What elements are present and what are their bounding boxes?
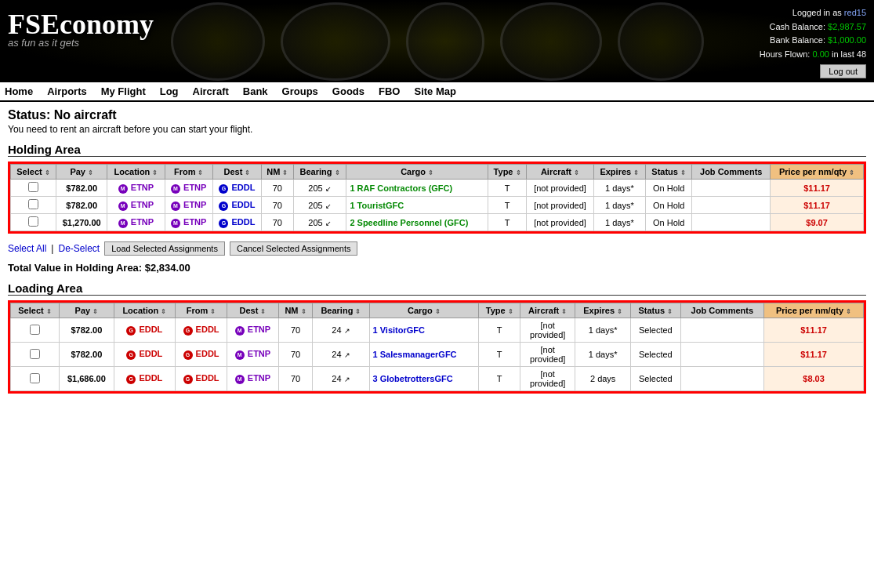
comments-cell <box>692 214 771 231</box>
nav-fbo[interactable]: FBO <box>379 85 400 97</box>
logout-button[interactable]: Log out <box>820 64 866 78</box>
price-cell: $11.17 <box>771 180 864 197</box>
col-bearing: Bearing ⇕ <box>293 165 346 180</box>
row-checkbox[interactable] <box>28 216 38 227</box>
username-link[interactable]: red15 <box>844 8 866 17</box>
expires-cell: 2 days <box>575 367 631 391</box>
col-nm: NM ⇕ <box>261 165 293 180</box>
from-cell: M ETNP <box>165 180 212 197</box>
col-pay: Pay ⇕ <box>56 165 107 180</box>
expires-cell: 1 days* <box>593 214 645 231</box>
price-cell: $11.17 <box>771 197 864 214</box>
select-all-link[interactable]: Select All <box>8 243 46 254</box>
col-price: Price per nm/qty ⇕ <box>771 165 864 180</box>
nav-myflight[interactable]: My Flight <box>101 85 146 97</box>
dest-cell: M ETNP <box>227 367 279 391</box>
comments-cell <box>692 180 771 197</box>
cash-balance: Cash Balance: $2,987.57 <box>760 20 866 34</box>
row-checkbox[interactable] <box>28 182 38 192</box>
col-type: Type ⇕ <box>479 303 520 318</box>
nav-airports[interactable]: Airports <box>47 85 87 97</box>
col-from: From ⇕ <box>165 165 212 180</box>
total-value: Total Value in Holding Area: $2,834.00 <box>8 262 866 274</box>
aircraft-cell: [notprovided] <box>520 367 575 391</box>
comments-cell <box>680 343 764 367</box>
cargo-cell: 3 GlobetrottersGFC <box>369 367 479 391</box>
status-cell: On Hold <box>645 214 691 231</box>
nav-goods[interactable]: Goods <box>332 85 364 97</box>
main-content: Status: No aircraft You need to rent an … <box>0 102 874 408</box>
cancel-assignments-button[interactable]: Cancel Selected Assignments <box>230 241 358 256</box>
loading-area-table-wrap: Select ⇕ Pay ⇕ Location ⇕ From ⇕ Dest ⇕ … <box>8 300 866 394</box>
load-assignments-button[interactable]: Load Selected Assignments <box>104 241 225 256</box>
nav-log[interactable]: Log <box>160 85 179 97</box>
checkbox-cell[interactable] <box>11 318 60 343</box>
nav-aircraft[interactable]: Aircraft <box>193 85 229 97</box>
col-from: From ⇕ <box>175 303 227 318</box>
row-checkbox[interactable] <box>30 373 40 383</box>
nav-groups[interactable]: Groups <box>282 85 318 97</box>
comments-cell <box>680 367 764 391</box>
deselect-link[interactable]: De-Select <box>58 243 100 254</box>
col-pay: Pay ⇕ <box>59 303 114 318</box>
col-aircraft: Aircraft ⇕ <box>520 303 575 318</box>
nm-cell: 70 <box>261 214 293 231</box>
bearing-cell: 205 ↙ <box>293 180 346 197</box>
status-title: Status: No aircraft <box>8 108 866 122</box>
table-row: $1,270.00 M ETNP M ETNP G EDDL 70 205 ↙ … <box>11 214 864 231</box>
table-row: $1,686.00 G EDDL G EDDL M ETNP 70 24 ↗ 3… <box>11 367 864 391</box>
checkbox-cell[interactable] <box>11 367 60 391</box>
col-status: Status ⇕ <box>645 165 691 180</box>
expires-cell: 1 days* <box>593 180 645 197</box>
type-cell: T <box>488 197 527 214</box>
pay-cell: $782.00 <box>56 180 107 197</box>
col-aircraft: Aircraft ⇕ <box>527 165 593 180</box>
col-price: Price per nm/qty ⇕ <box>764 303 864 318</box>
col-select: Select ⇕ <box>11 303 60 318</box>
loading-area-title: Loading Area <box>8 281 866 296</box>
pay-cell: $1,686.00 <box>59 367 114 391</box>
bearing-cell: 205 ↙ <box>293 197 346 214</box>
location-cell: G EDDL <box>114 343 175 367</box>
aircraft-cell: [not provided] <box>527 180 593 197</box>
dest-cell: G EDDL <box>212 180 261 197</box>
location-cell: M ETNP <box>107 214 165 231</box>
checkbox-cell[interactable] <box>11 180 56 197</box>
cargo-cell: 1 TouristGFC <box>346 197 488 214</box>
checkbox-cell[interactable] <box>11 343 60 367</box>
col-dest: Dest ⇕ <box>212 165 261 180</box>
row-checkbox[interactable] <box>30 349 40 359</box>
from-cell: G EDDL <box>175 367 227 391</box>
row-checkbox[interactable] <box>30 325 40 335</box>
row-checkbox[interactable] <box>28 199 38 209</box>
nav-home[interactable]: Home <box>5 85 33 97</box>
type-cell: T <box>479 343 520 367</box>
from-cell: M ETNP <box>165 197 212 214</box>
dest-cell: G EDDL <box>212 197 261 214</box>
dest-cell: M ETNP <box>227 318 279 343</box>
type-cell: T <box>479 318 520 343</box>
table-row: $782.00 G EDDL G EDDL M ETNP 70 24 ↗ 1 V… <box>11 318 864 343</box>
holding-area-title: Holding Area <box>8 143 866 157</box>
col-comments: Job Comments <box>680 303 764 318</box>
expires-cell: 1 days* <box>575 318 631 343</box>
checkbox-cell[interactable] <box>11 197 56 214</box>
logo: FSEconomy as fun as it gets <box>8 8 154 49</box>
bearing-cell: 205 ↙ <box>293 214 346 231</box>
price-cell: $9.07 <box>771 214 864 231</box>
location-cell: M ETNP <box>107 197 165 214</box>
from-cell: G EDDL <box>175 318 227 343</box>
nm-cell: 70 <box>278 343 313 367</box>
from-cell: G EDDL <box>175 343 227 367</box>
from-cell: M ETNP <box>165 214 212 231</box>
nav-sitemap[interactable]: Site Map <box>414 85 455 97</box>
status-cell: Selected <box>631 318 680 343</box>
nav-bank[interactable]: Bank <box>243 85 268 97</box>
checkbox-cell[interactable] <box>11 214 56 231</box>
cargo-cell: 1 RAF Contractors (GFC) <box>346 180 488 197</box>
col-comments: Job Comments <box>692 165 771 180</box>
bearing-cell: 24 ↗ <box>313 318 369 343</box>
status-subtitle: You need to rent an aircraft before you … <box>8 124 866 135</box>
col-location: Location ⇕ <box>114 303 175 318</box>
logo-text: FSEconomy <box>8 8 154 41</box>
